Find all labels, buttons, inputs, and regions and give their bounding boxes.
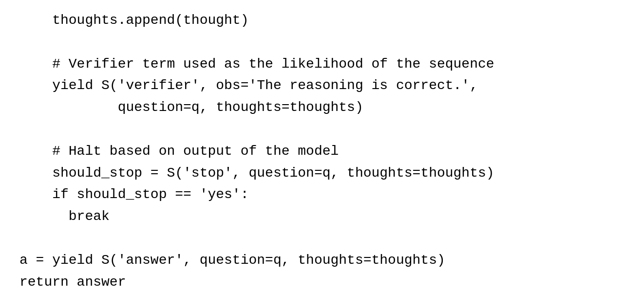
code-container: thoughts.append(thought) # Verifier term… xyxy=(0,0,644,292)
code-block: thoughts.append(thought) # Verifier term… xyxy=(19,10,625,292)
